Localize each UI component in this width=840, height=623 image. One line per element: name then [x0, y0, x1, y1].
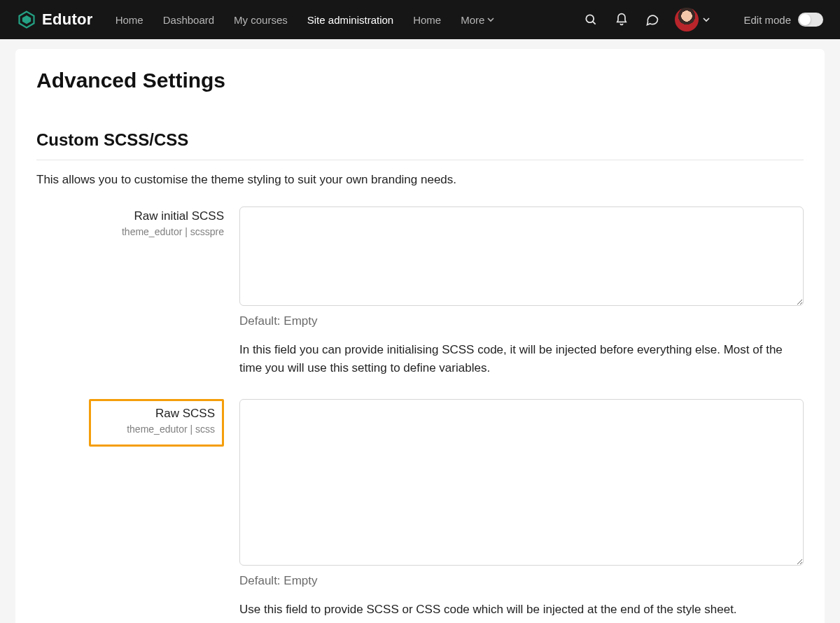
- field-label-col-highlighted: Raw SCSS theme_edutor | scss: [89, 399, 224, 447]
- brand[interactable]: Edutor: [17, 10, 93, 29]
- nav-links: Home Dashboard My courses Site administr…: [115, 14, 561, 26]
- field-label-col: Raw initial SCSS theme_edutor | scsspre: [36, 206, 224, 237]
- edit-mode: Edit mode: [743, 13, 823, 27]
- svg-marker-1: [22, 15, 31, 24]
- field-id: theme_edutor | scsspre: [36, 226, 224, 237]
- svg-line-3: [593, 22, 596, 24]
- nav-link-more[interactable]: More: [461, 14, 494, 26]
- raw-initial-scss-input[interactable]: [239, 206, 804, 306]
- nav-more-label: More: [461, 14, 484, 26]
- section-description: This allows you to customise the theme s…: [36, 173, 804, 187]
- page-title: Advanced Settings: [36, 69, 804, 92]
- field-raw-scss: Raw SCSS theme_edutor | scss Default: Em…: [36, 399, 804, 619]
- section-title: Custom SCSS/CSS: [36, 130, 804, 150]
- field-default: Default: Empty: [239, 314, 804, 328]
- nav-link-home[interactable]: Home: [115, 14, 144, 26]
- edit-mode-toggle[interactable]: [798, 13, 823, 27]
- nav-link-site-administration[interactable]: Site administration: [307, 14, 393, 26]
- field-default: Default: Empty: [239, 574, 804, 588]
- user-menu[interactable]: [675, 8, 710, 31]
- field-help: In this field you can provide initialisi…: [239, 341, 804, 378]
- chevron-down-icon: [487, 16, 494, 23]
- nav-link-my-courses[interactable]: My courses: [234, 14, 288, 26]
- field-help: Use this field to provide SCSS or CSS co…: [239, 601, 804, 619]
- toggle-knob: [799, 14, 811, 25]
- brand-logo-icon: [17, 10, 36, 29]
- brand-name: Edutor: [42, 10, 93, 29]
- field-input-col: Default: Empty In this field you can pro…: [239, 206, 804, 378]
- page: Advanced Settings Custom SCSS/CSS This a…: [15, 49, 825, 623]
- edit-mode-label: Edit mode: [743, 14, 791, 26]
- navbar: Edutor Home Dashboard My courses Site ad…: [0, 0, 840, 39]
- field-label: Raw initial SCSS: [36, 209, 224, 223]
- raw-scss-input[interactable]: [239, 399, 804, 566]
- nav-link-dashboard[interactable]: Dashboard: [163, 14, 214, 26]
- nav-link-home-2[interactable]: Home: [413, 14, 441, 26]
- chat-icon[interactable]: [644, 11, 661, 28]
- chevron-down-icon: [703, 16, 710, 23]
- bell-icon[interactable]: [613, 11, 630, 28]
- nav-icons: Edit mode: [582, 8, 823, 31]
- field-id: theme_edutor | scss: [98, 424, 215, 435]
- avatar: [675, 8, 699, 31]
- section-divider: [36, 160, 804, 160]
- field-label: Raw SCSS: [98, 407, 215, 421]
- search-icon[interactable]: [582, 11, 599, 28]
- svg-point-2: [587, 15, 594, 22]
- field-raw-initial-scss: Raw initial SCSS theme_edutor | scsspre …: [36, 206, 804, 378]
- field-input-col: Default: Empty Use this field to provide…: [239, 399, 804, 619]
